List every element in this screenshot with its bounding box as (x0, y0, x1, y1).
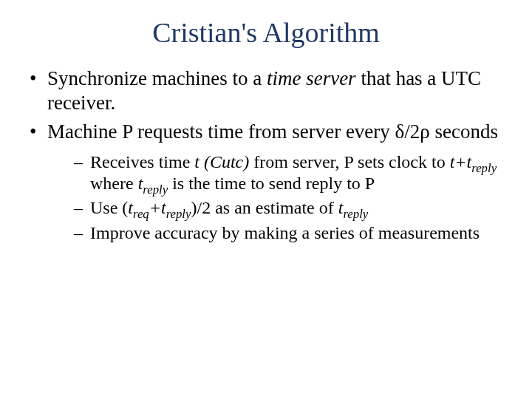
sub-list: Receives time t (Cutc) from server, P se… (74, 151, 505, 244)
slide: Cristian's Algorithm Synchronize machine… (0, 0, 532, 399)
sub-2-reply: reply (166, 207, 191, 221)
sub-1-a: Receives time (90, 152, 194, 171)
bullet-list: Synchronize machines to a time server th… (27, 66, 505, 244)
slide-title: Cristian's Algorithm (22, 16, 510, 49)
sub-2-c: +t (149, 198, 166, 217)
sub-2-reply2: reply (343, 207, 368, 221)
sub-2: Use (treq+treply)/2 as an estimate of tr… (74, 197, 505, 219)
sub-3-text: Improve accuracy by making a series of m… (90, 223, 480, 242)
sub-1-reply2: reply (143, 183, 168, 197)
sub-2-a: Use ( (90, 198, 128, 217)
bullet-1-em: time server (267, 67, 356, 89)
sub-1-c: from server, P sets clock to (249, 152, 449, 171)
bullet-2: Machine P requests time from server ever… (27, 120, 505, 244)
sub-3: Improve accuracy by making a series of m… (74, 222, 505, 244)
bullet-1-text-a: Synchronize machines to a (47, 67, 267, 89)
sub-1-d: t+t (450, 152, 472, 171)
sub-1: Receives time t (Cutc) from server, P se… (74, 151, 505, 195)
sub-1-reply1: reply (471, 161, 497, 175)
sub-1-e: where (90, 174, 138, 193)
sub-2-d: )/2 as an estimate of (191, 198, 338, 217)
bullet-1: Synchronize machines to a time server th… (27, 66, 505, 115)
sub-1-b: t (Cutc) (194, 152, 249, 171)
bullet-2-text: Machine P requests time from server ever… (47, 120, 498, 143)
sub-2-req: req (133, 207, 149, 221)
sub-2-b: t (128, 198, 133, 217)
sub-1-g: is the time to send reply to P (168, 174, 375, 193)
